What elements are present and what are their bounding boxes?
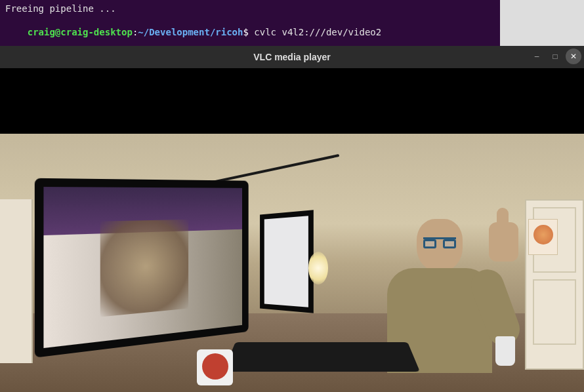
vlc-titlebar[interactable]: VLC media player – □ ✕ xyxy=(0,46,584,68)
vlc-player-window[interactable]: VLC media player – □ ✕ xyxy=(0,46,584,392)
lens-left xyxy=(423,239,436,248)
keyboard xyxy=(223,342,420,372)
prompt-symbol: $ xyxy=(243,27,248,37)
wall-art xyxy=(528,219,558,255)
monitor-reflection xyxy=(100,220,188,317)
trash-bin xyxy=(495,336,515,366)
monitor-screen xyxy=(264,216,308,307)
terminal-window[interactable]: Freeing pipeline ... craig@craig-desktop… xyxy=(0,0,500,46)
close-button[interactable]: ✕ xyxy=(566,49,581,64)
monitor-primary xyxy=(35,178,249,358)
video-viewport[interactable] xyxy=(0,68,584,392)
mug-contents xyxy=(202,353,228,380)
person-head xyxy=(417,219,463,271)
thumbs-up-hand xyxy=(489,222,518,262)
glasses-icon xyxy=(423,237,456,248)
window-title: VLC media player xyxy=(253,52,331,62)
door-left xyxy=(0,199,33,363)
thumb xyxy=(497,208,509,227)
prompt-path: ~/Development/ricoh xyxy=(138,27,243,37)
terminal-output-line: Freeing pipeline ... xyxy=(5,3,495,14)
door-panel xyxy=(533,279,576,345)
terminal-prompt-line: craig@craig-desktop:~/Development/ricoh$… xyxy=(5,14,495,50)
video-frame xyxy=(0,134,584,392)
maximize-button[interactable]: □ xyxy=(547,49,563,64)
terminal-command: cvlc v4l2:///dev/video2 xyxy=(249,27,381,37)
lamp-glow xyxy=(308,252,328,284)
lens-right xyxy=(443,239,456,248)
monitor-screen xyxy=(43,187,242,348)
prompt-user-host: craig@craig-desktop xyxy=(28,27,133,37)
coffee-mug xyxy=(197,349,233,385)
window-controls: – □ ✕ xyxy=(529,49,581,64)
wall-art-image xyxy=(533,225,553,245)
minimize-button[interactable]: – xyxy=(529,49,545,64)
monitor-secondary xyxy=(260,210,314,313)
